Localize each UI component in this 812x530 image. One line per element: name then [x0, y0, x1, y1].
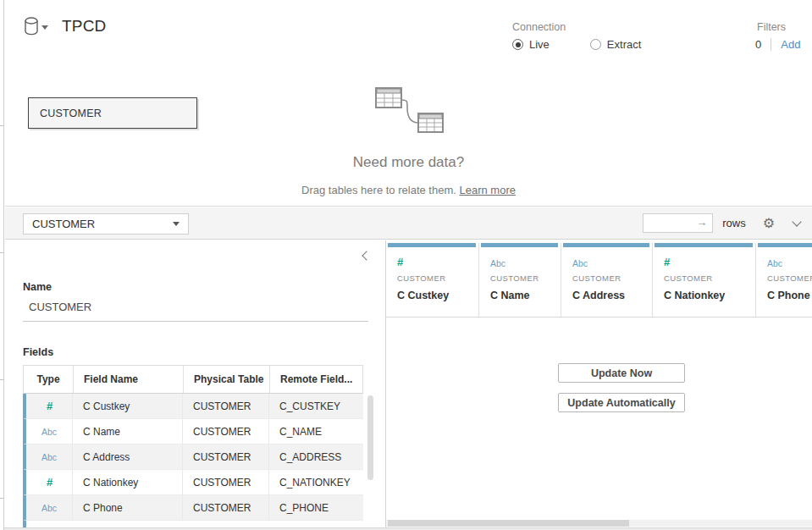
collapse-panel-icon[interactable] — [362, 251, 371, 260]
field-name-cell: C Custkey — [73, 394, 183, 418]
scrollbar-thumb[interactable] — [388, 520, 629, 527]
column-accent-strip — [758, 243, 812, 247]
physical-table-cell: CUSTOMER — [183, 419, 269, 444]
column-accent-strip — [563, 243, 649, 247]
chevron-down-icon[interactable] — [792, 217, 801, 226]
window-left-edge — [0, 0, 4, 530]
field-type-icon: # — [47, 400, 52, 412]
radio-extract[interactable]: Extract — [590, 38, 641, 51]
grid-column-header[interactable]: # CUSTOMER C Nationkey — [653, 243, 756, 317]
rows-label: rows — [722, 217, 745, 229]
remote-field-cell: C_PHONE — [269, 495, 363, 520]
column-field-name: C Phone — [767, 290, 812, 301]
column-field-name: C Custkey — [397, 290, 478, 301]
col-header-physical[interactable]: Physical Table — [184, 366, 270, 393]
physical-table-cell: CUSTOMER — [183, 495, 269, 520]
name-label: Name — [23, 281, 52, 293]
filters-add-link[interactable]: Add — [781, 38, 800, 51]
column-type-icon: Abc — [767, 258, 782, 268]
field-type-icon: # — [47, 476, 52, 489]
table-row-partial — [23, 521, 363, 527]
column-table-name: CUSTOMER — [490, 273, 561, 283]
table-select-dropdown[interactable]: CUSTOMER — [23, 213, 189, 235]
remote-field-cell: C_NATIONKEY — [269, 470, 363, 494]
col-header-type[interactable]: Type — [24, 366, 74, 393]
grid-column-header[interactable]: Abc CUSTOMER C Phone — [756, 243, 812, 317]
field-type-icon: Abc — [41, 452, 57, 462]
grid-column-header[interactable]: Abc CUSTOMER C Name — [479, 243, 561, 317]
column-field-name: C Nationkey — [664, 290, 755, 301]
field-row[interactable]: # C Nationkey CUSTOMER C_NATIONKEY — [23, 470, 363, 495]
column-field-name: C Address — [572, 290, 652, 301]
column-field-name: C Name — [490, 290, 561, 301]
column-accent-strip — [388, 243, 476, 247]
chevron-down-icon — [173, 222, 180, 226]
relate-tables-illustration — [364, 79, 466, 142]
column-type-icon: Abc — [490, 258, 505, 268]
divider — [771, 38, 771, 51]
filters-section: Filters 0 Add — [750, 21, 800, 51]
database-icon[interactable] — [24, 17, 39, 36]
data-grid-header: # CUSTOMER C Custkey Abc CUSTOMER C Name… — [386, 243, 812, 317]
data-preview-panel: # CUSTOMER C Custkey Abc CUSTOMER C Name… — [385, 240, 812, 527]
field-name-cell: C Address — [73, 444, 183, 469]
update-automatically-button[interactable]: Update Automatically — [558, 393, 685, 412]
column-type-icon: # — [664, 256, 669, 268]
database-menu-caret-icon[interactable] — [41, 25, 48, 30]
fields-table-header: Type Field Name Physical Table Remote Fi… — [23, 365, 363, 394]
field-row[interactable]: Abc C Name CUSTOMER C_NAME — [23, 419, 363, 444]
field-name-cell: C Name — [73, 419, 183, 444]
update-now-button[interactable]: Update Now — [558, 363, 685, 383]
physical-table-cell: CUSTOMER — [183, 444, 269, 469]
column-accent-strip — [481, 243, 558, 247]
vertical-scrollbar[interactable] — [367, 395, 373, 480]
remote-field-cell: C_CUSTKEY — [269, 394, 363, 418]
need-more-data-title: Need more data? — [5, 154, 812, 171]
column-table-name: CUSTOMER — [767, 273, 812, 283]
radio-extract-circle[interactable] — [590, 39, 601, 50]
learn-more-link[interactable]: Learn more — [459, 184, 515, 196]
horizontal-scrollbar[interactable] — [386, 520, 812, 527]
logical-table-customer[interactable]: CUSTOMER — [28, 97, 197, 129]
field-row[interactable]: # C Custkey CUSTOMER C_CUSTKEY — [23, 394, 363, 419]
column-type-icon: # — [397, 256, 402, 268]
physical-table-cell: CUSTOMER — [183, 470, 269, 494]
remote-field-cell: C_NAME — [269, 419, 363, 444]
field-row[interactable]: Abc C Address CUSTOMER C_ADDRESS — [23, 444, 363, 470]
field-type-icon: Abc — [41, 503, 57, 513]
field-name-cell: C Nationkey — [73, 470, 183, 494]
field-name-cell: C Phone — [73, 495, 183, 520]
column-accent-strip — [655, 243, 753, 247]
fields-label: Fields — [23, 346, 53, 358]
grid-column-header[interactable]: # CUSTOMER C Custkey — [386, 243, 479, 317]
fields-metadata-table: Type Field Name Physical Table Remote Fi… — [23, 365, 363, 527]
go-arrow-icon[interactable]: → — [696, 216, 707, 229]
grid-column-header[interactable]: Abc CUSTOMER C Address — [561, 243, 653, 317]
table-details-panel: Name CUSTOMER Fields Type Field Name Phy… — [5, 240, 385, 527]
filters-label: Filters — [750, 21, 800, 33]
connection-label: Connection — [512, 21, 682, 33]
field-row[interactable]: Abc C Phone CUSTOMER C_PHONE — [23, 495, 363, 521]
grid-toolbar: CUSTOMER → rows ⚙ — [5, 207, 812, 240]
name-input[interactable]: CUSTOMER — [23, 296, 368, 322]
col-header-field[interactable]: Field Name — [74, 366, 184, 393]
radio-live-circle[interactable] — [512, 39, 523, 50]
connection-section: Connection Live Extract — [512, 21, 682, 51]
gear-icon[interactable]: ⚙ — [763, 215, 775, 231]
radio-live[interactable]: Live — [512, 38, 550, 51]
field-type-icon: Abc — [41, 427, 57, 437]
column-table-name: CUSTOMER — [572, 273, 652, 283]
remote-field-cell: C_ADDRESS — [269, 444, 363, 469]
physical-table-cell: CUSTOMER — [183, 394, 269, 418]
column-table-name: CUSTOMER — [664, 273, 755, 283]
column-type-icon: Abc — [572, 258, 588, 268]
col-header-remote[interactable]: Remote Field... — [270, 366, 362, 393]
datasource-canvas: TPCD Connection Live Extract Filters 0 A… — [5, 0, 812, 207]
column-table-name: CUSTOMER — [397, 273, 478, 283]
datasource-title: TPCD — [62, 17, 107, 36]
drag-tables-hint: Drag tables here to relate them. Learn m… — [5, 184, 812, 196]
rows-count-input[interactable]: → — [643, 213, 713, 233]
filters-count: 0 — [750, 38, 761, 51]
